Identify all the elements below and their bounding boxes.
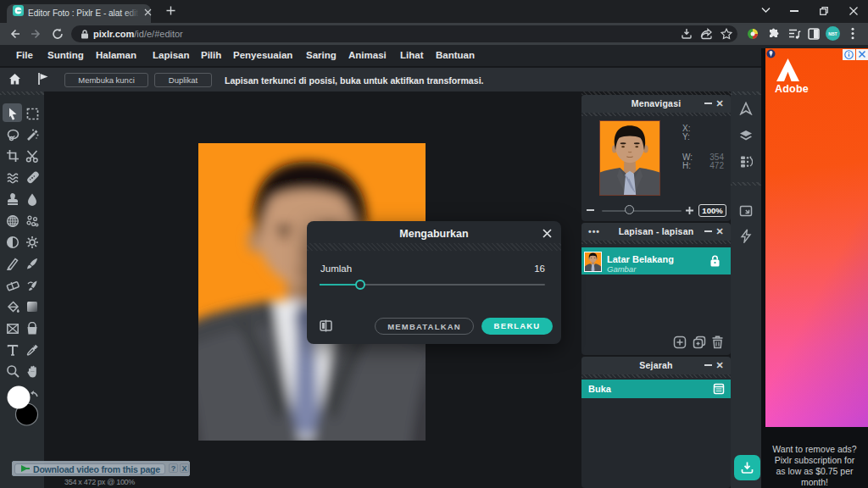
svg-text:NBT: NBT (828, 31, 837, 36)
